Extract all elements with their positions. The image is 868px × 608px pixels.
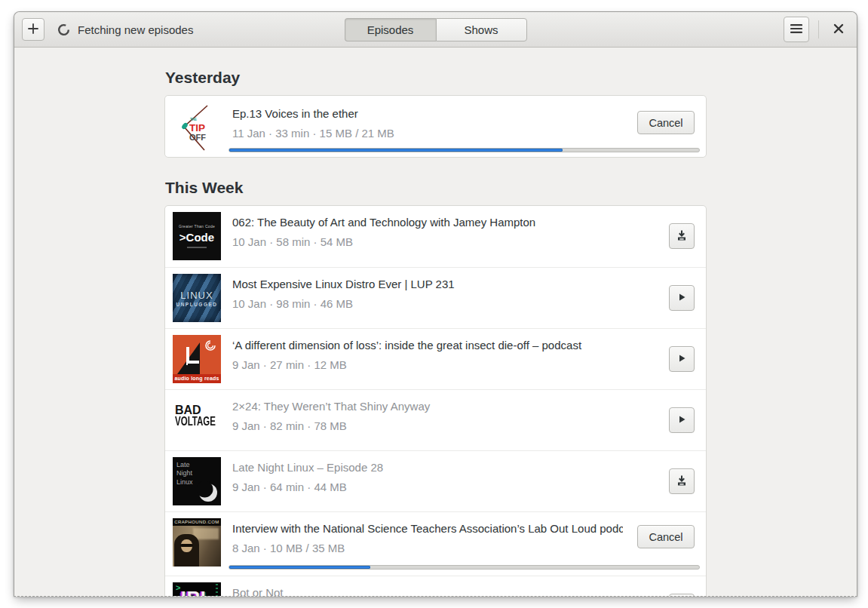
close-icon (833, 23, 844, 36)
play-button[interactable] (669, 346, 695, 372)
episode-title: Late Night Linux – Episode 28 (232, 461, 623, 474)
episode-row-bad-voltage[interactable]: BAD VOLTAGE 2×24: They Weren’t That Shin… (165, 389, 706, 450)
episodes-view: Yesterday THE TIP OFF Ep.13 Voices in th… (14, 48, 857, 596)
episode-title: Ep.13 Voices in the ether (232, 107, 623, 120)
episode-title: 2×24: They Weren’t That Shiny Anyway (232, 400, 623, 413)
podcast-artwork-craphound: CRAPHOUND.COM (173, 518, 221, 567)
episode-row-audio-long-reads[interactable]: audio long reads ‘A different dimension … (165, 328, 706, 389)
add-podcast-button[interactable] (22, 18, 44, 41)
episode-meta: 9 Jan · 82 min · 78 MB (232, 419, 347, 432)
play-icon (676, 291, 688, 306)
section-heading-this-week: This Week (165, 179, 707, 197)
spinner-icon (57, 23, 70, 36)
podcast-artwork-greater-than-code: Greater Than Code >Code (173, 212, 221, 260)
menu-button[interactable] (784, 17, 809, 42)
titlebar-separator (818, 20, 819, 38)
episode-row-craphound[interactable]: CRAPHOUND.COM Interview with the Nationa… (165, 511, 706, 576)
episode-title: Most Expensive Linux Distro Ever | LUP 2… (232, 278, 623, 290)
podcast-artwork-audio-long-reads: audio long reads (173, 335, 221, 383)
episode-row-linux-unplugged[interactable]: LINUX UNPLUGGED Most Expensive Linux Dis… (165, 267, 706, 328)
play-icon (676, 413, 688, 428)
download-progress-fill (229, 566, 370, 569)
status-text: Fetching new episodes (78, 23, 193, 36)
cancel-download-button[interactable]: Cancel (637, 111, 695, 134)
podcast-artwork-bad-voltage: BAD VOLTAGE (173, 396, 221, 444)
download-button[interactable] (669, 223, 695, 249)
episode-title: 062: The Beauty of Art and Technology wi… (232, 216, 623, 229)
view-switcher: Episodes Shows (345, 18, 527, 41)
download-button[interactable] (669, 468, 695, 494)
titlebar-right (784, 17, 849, 42)
svg-text:OFF: OFF (189, 133, 206, 142)
download-progress-fill (229, 149, 563, 152)
download-progressbar (229, 148, 700, 152)
episode-meta: 9 Jan · 64 min · 44 MB (232, 481, 347, 493)
cancel-download-button[interactable]: Cancel (637, 525, 695, 548)
download-progressbar (229, 565, 700, 570)
episode-title: ‘A different dimension of loss’: inside … (232, 339, 623, 352)
artwork-banner: audio long reads (173, 374, 221, 383)
episode-meta: 10 Jan · 98 min · 46 MB (232, 297, 353, 310)
tab-shows[interactable]: Shows (436, 18, 527, 41)
podcast-artwork-irl: > IRL (173, 582, 221, 596)
tab-episodes[interactable]: Episodes (345, 18, 436, 41)
svg-text:THE: THE (190, 118, 197, 121)
podcast-artwork-the-tip-off: THE TIP OFF (173, 103, 221, 152)
titlebar: Fetching new episodes Episodes Shows (14, 12, 857, 48)
episode-row-tip-off[interactable]: THE TIP OFF Ep.13 Voices in the ether 11… (164, 95, 707, 158)
plus-icon (27, 23, 39, 37)
download-icon (676, 474, 688, 489)
download-button[interactable] (669, 594, 695, 596)
episode-title: Bot or Not (232, 586, 623, 596)
episode-row-greater-than-code[interactable]: Greater Than Code >Code 062: The Beauty … (165, 206, 706, 267)
episode-row-late-night-linux[interactable]: Late Night Linux Late Night Linux – Epis… (165, 450, 706, 511)
podcast-artwork-linux-unplugged: LINUX UNPLUGGED (173, 274, 221, 322)
episode-title: Interview with the National Science Teac… (232, 522, 623, 535)
play-button[interactable] (669, 407, 695, 433)
play-icon (676, 352, 688, 367)
episode-row-irl[interactable]: > IRL Bot or Not (165, 576, 706, 596)
svg-text:TIP: TIP (189, 122, 205, 134)
app-window: Fetching new episodes Episodes Shows Yes… (14, 11, 857, 597)
download-icon (676, 229, 688, 244)
episode-meta: 11 Jan · 33 min · 15 MB / 21 MB (232, 127, 394, 140)
crescent-moon-icon (197, 481, 219, 504)
close-button[interactable] (828, 19, 849, 40)
this-week-card: Greater Than Code >Code 062: The Beauty … (164, 205, 707, 596)
hamburger-icon (790, 23, 802, 36)
play-button[interactable] (669, 285, 695, 311)
episode-meta: 8 Jan · 10 MB / 35 MB (232, 542, 345, 554)
episode-meta: 10 Jan · 58 min · 54 MB (232, 235, 353, 248)
podcast-artwork-late-night-linux: Late Night Linux (173, 457, 221, 505)
episode-meta: 9 Jan · 27 min · 12 MB (232, 358, 347, 371)
section-heading-yesterday: Yesterday (165, 69, 707, 87)
